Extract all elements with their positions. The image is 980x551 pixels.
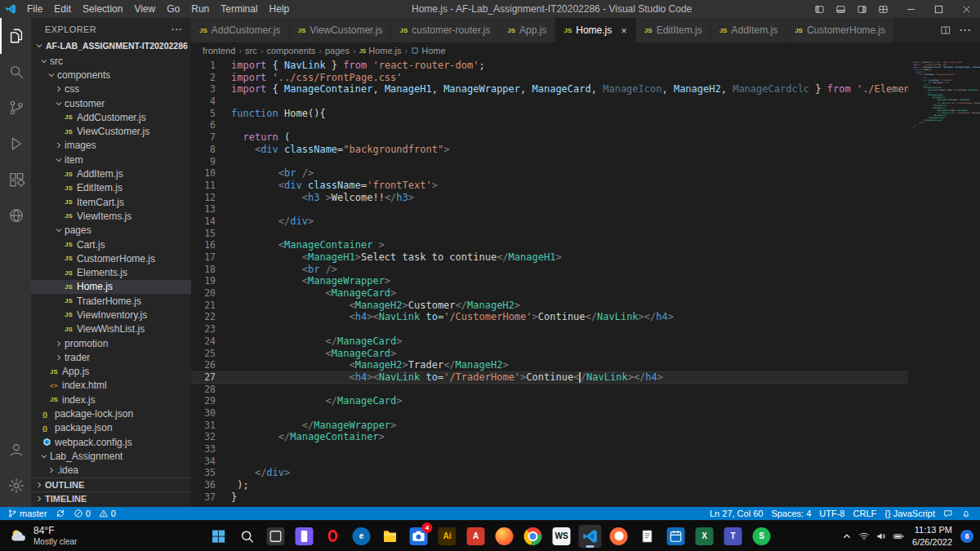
status-feedback[interactable] [939, 507, 957, 520]
status-eol[interactable]: CRLF [849, 507, 881, 520]
breadcrumb-home-js[interactable]: JSHome.js [359, 46, 402, 56]
section-outline[interactable]: OUTLINE [31, 478, 191, 491]
taskbar-app-chrome[interactable] [522, 525, 545, 548]
code-line-22[interactable]: 22 <h4><NavLink to='/CustomerHome'>Conti… [191, 311, 908, 323]
code-line-4[interactable]: 4 [191, 96, 908, 108]
breadcrumb-src[interactable]: src [245, 46, 257, 56]
code-line-24[interactable]: 24 </ManageCard> [191, 335, 908, 348]
taskbar-app-task-view[interactable] [265, 525, 287, 548]
tree-item-itemcart-js[interactable]: JSItemCart.js [31, 195, 191, 209]
tab-app-js[interactable]: JSApp.js [499, 18, 555, 42]
code-line-3[interactable]: 3import { ManageContainer, ManageH1, Man… [191, 83, 908, 96]
menu-view[interactable]: View [128, 1, 161, 17]
code-line-30[interactable]: 30 [191, 407, 908, 420]
tree-item-traderhome-js[interactable]: JSTraderHome.js [31, 294, 191, 308]
breadcrumb-home[interactable]: Home [411, 46, 445, 56]
code-line-17[interactable]: 17 <ManageH1>Select task to continue</Ma… [191, 251, 908, 264]
code-line-1[interactable]: 1import { NavLink } from 'react-router-d… [191, 60, 908, 72]
section-timeline[interactable]: TIMELINE [31, 491, 191, 505]
code-line-25[interactable]: 25 <ManageCard> [191, 348, 908, 360]
menu-selection[interactable]: Selection [77, 1, 128, 17]
search-icon[interactable] [0, 54, 31, 90]
taskbar-app-webstorm[interactable]: WS [550, 525, 573, 548]
explorer-root-folder[interactable]: AF-LAB_ASSIGNMENT-IT20202286 [31, 38, 191, 54]
taskbar-app-calendar[interactable] [665, 525, 688, 548]
status-problems-warnings[interactable]: 0 [95, 507, 120, 520]
taskbar-app-teams[interactable]: T [722, 525, 745, 548]
source-control-icon[interactable] [0, 90, 31, 126]
taskbar-app-search[interactable] [236, 525, 259, 548]
menu-file[interactable]: File [21, 1, 48, 17]
breadcrumb-pages[interactable]: pages [325, 46, 350, 56]
code-line-15[interactable]: 15 [191, 228, 908, 240]
tab-viewcustomer-js[interactable]: JSViewCustomer.js [290, 18, 392, 42]
code-line-31[interactable]: 31 </ManageWrapper> [191, 420, 908, 432]
tree-item-elements-js[interactable]: JSElements.js [31, 265, 191, 279]
tree-item--idea[interactable]: .idea [31, 464, 191, 478]
tree-item-css[interactable]: css [31, 82, 191, 96]
tree-item-app-js[interactable]: JSApp.js [31, 365, 191, 379]
code-line-6[interactable]: 6 [191, 119, 908, 131]
tree-item-cart-js[interactable]: JSCart.js [31, 238, 191, 251]
tree-item-promotion[interactable]: promotion [31, 336, 191, 350]
tree-item-customerhome-js[interactable]: JSCustomerHome.js [31, 251, 191, 265]
tree-item-edititem-js[interactable]: JSEditItem.js [31, 181, 191, 195]
close-tab-icon[interactable]: × [621, 24, 627, 37]
code-line-29[interactable]: 29 </ManageCard> [191, 395, 908, 407]
tree-item-webpack-config-js[interactable]: webpack.config.js [31, 435, 191, 449]
status-indentation[interactable]: Spaces: 4 [767, 507, 815, 520]
taskbar-app-postman[interactable] [608, 525, 630, 548]
code-line-20[interactable]: 20 <ManageCard> [191, 287, 908, 300]
menu-edit[interactable]: Edit [48, 1, 77, 17]
tree-item-lab-assignment[interactable]: Lab_Assignment [31, 449, 191, 463]
code-line-21[interactable]: 21 <ManageH2>Customer</ManageH2> [191, 300, 908, 312]
status-problems-errors[interactable]: 0 [69, 507, 95, 520]
notification-count-badge[interactable]: 8 [960, 530, 973, 543]
taskbar-app-edge[interactable]: e [350, 525, 373, 548]
code-line-32[interactable]: 32 </ManageContainer> [191, 431, 908, 443]
code-line-28[interactable]: 28 [191, 384, 908, 396]
battery-icon[interactable] [889, 525, 906, 548]
tree-item-viewinventory-js[interactable]: JSViewInventory.js [31, 308, 191, 322]
run-debug-icon[interactable] [0, 126, 31, 162]
code-line-23[interactable]: 23 [191, 323, 908, 335]
code-line-35[interactable]: 35 </div> [191, 467, 908, 479]
status-encoding[interactable]: UTF-8 [815, 507, 849, 520]
taskbar-app-spotify[interactable]: S [751, 525, 773, 548]
code-line-27[interactable]: 27 <h4><NavLink to='/TraderHome'>Continu… [191, 371, 908, 384]
tree-item-src[interactable]: src [31, 54, 191, 68]
maximize-button[interactable] [924, 0, 952, 18]
menu-go[interactable]: Go [161, 1, 185, 17]
taskbar-app-notepad[interactable] [636, 525, 659, 548]
code-line-34[interactable]: 34 [191, 455, 908, 468]
tree-item-addcustomer-js[interactable]: JSAddCustomer.js [31, 110, 191, 124]
code-line-13[interactable]: 13 [191, 203, 908, 216]
taskbar-app-adobe[interactable]: A [465, 525, 488, 548]
breadcrumb-frontend[interactable]: frontend [203, 46, 235, 56]
weather-widget[interactable]: 84°F Mostly clear [0, 525, 77, 546]
tree-item-viewcustomer-js[interactable]: JSViewCustomer.js [31, 124, 191, 138]
taskbar-app-excel[interactable]: X [693, 525, 716, 548]
minimize-button[interactable] [897, 0, 924, 18]
toggle-panel-icon[interactable] [830, 1, 851, 17]
tree-item-trader[interactable]: trader [31, 350, 191, 364]
taskbar-app-file-explorer[interactable] [379, 525, 402, 548]
menu-terminal[interactable]: Terminal [215, 1, 263, 17]
customize-layout-icon[interactable] [872, 1, 893, 17]
tree-item-package-lock-json[interactable]: {}package-lock.json [31, 407, 191, 420]
code-line-37[interactable]: 37} [191, 491, 908, 504]
tab-customerhome-js[interactable]: JSCustomerHome.js [786, 18, 894, 42]
more-actions-icon[interactable]: ··· [960, 24, 972, 36]
tree-item-components[interactable]: components [31, 68, 191, 82]
chevron-up-icon[interactable] [838, 525, 855, 548]
tree-item-index-html[interactable]: <>index.html [31, 379, 191, 393]
taskbar-app-vscode[interactable] [579, 525, 602, 548]
tree-item-home-js[interactable]: JSHome.js [31, 280, 191, 294]
clock[interactable]: 11:13 PM 6/26/2022 [912, 524, 952, 548]
menu-help[interactable]: Help [264, 1, 296, 17]
tree-item-package-json[interactable]: {}package.json [31, 421, 191, 435]
tab-home-js[interactable]: JSHome.js× [555, 18, 635, 42]
taskbar-app-your-phone[interactable]: 4 [408, 525, 430, 548]
settings-icon[interactable] [0, 468, 31, 504]
wifi-icon[interactable] [855, 525, 872, 548]
